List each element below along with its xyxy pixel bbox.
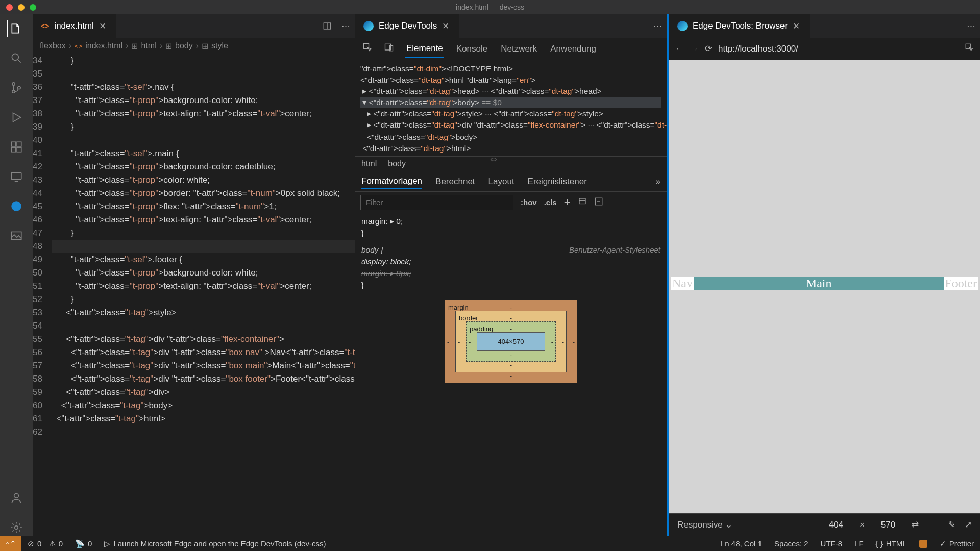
rule-selector[interactable]: body { (361, 245, 383, 254)
resize-handle-icon[interactable]: ⇔ (490, 154, 498, 162)
hov-toggle[interactable]: :hov (521, 198, 537, 207)
status-prettier-icon[interactable] (913, 536, 934, 551)
inspect-element-icon[interactable] (362, 42, 373, 55)
html-file-icon: <> (41, 22, 49, 30)
activity-explorer-icon[interactable] (7, 20, 24, 37)
device-mode-select[interactable]: Responsive ⌄ (677, 519, 732, 530)
crumb-file[interactable]: index.html (85, 41, 122, 51)
split-editor-icon[interactable] (318, 14, 336, 38)
more-actions-icon[interactable]: ⋯ (648, 14, 667, 38)
tab-edge-devtools[interactable]: Edge DevTools ✕ (355, 14, 459, 38)
tab-index-html[interactable]: <> index.html ✕ (33, 14, 116, 38)
activity-debug-icon[interactable] (8, 109, 24, 126)
flex-container-preview: Nav Main Footer (671, 277, 978, 290)
status-language[interactable]: { } HTML (870, 536, 913, 551)
remote-indicator[interactable]: ⌂⌃ (0, 536, 21, 551)
activity-settings-icon[interactable] (8, 519, 24, 536)
editor-group-browser: Edge DevTools: Browser ✕ ⋯ ← → ⟳ http://… (667, 14, 980, 536)
browser-tabbar: Edge DevTools: Browser ✕ ⋯ (669, 14, 980, 38)
status-errors[interactable]: ⊘ 0 ⚠ 0 (21, 536, 69, 551)
fullscreen-icon[interactable]: ⤢ (965, 519, 972, 530)
devtools-tab-elements[interactable]: Elemente (405, 40, 444, 58)
devtools-tab-application[interactable]: Anwendung (549, 41, 597, 57)
minimize-window-icon[interactable] (18, 4, 24, 11)
devtools-tab-console[interactable]: Konsole (455, 41, 488, 57)
close-window-icon[interactable] (6, 4, 13, 11)
preview-nav: Nav (671, 277, 694, 290)
device-preview-icon[interactable] (578, 197, 587, 208)
code-editor[interactable]: 3435363738394041424344454647484950515253… (33, 54, 355, 536)
forward-icon[interactable]: → (690, 44, 699, 54)
inspect-in-browser-icon[interactable] (965, 43, 974, 55)
url-display[interactable]: http://localhost:3000/ (718, 44, 959, 54)
crumb-body[interactable]: body (175, 41, 193, 51)
close-tab-icon[interactable]: ✕ (793, 21, 801, 32)
back-icon[interactable]: ← (675, 44, 684, 54)
rule-line[interactable]: margin: ▸ 0; (361, 215, 660, 227)
crumb-html[interactable]: html (141, 41, 156, 51)
svg-point-0 (12, 54, 18, 60)
browser-preview[interactable]: Nav Main Footer (669, 60, 980, 513)
crumb-html[interactable]: html (361, 159, 377, 168)
status-prettier[interactable]: ✓ Prettier (934, 536, 980, 551)
activity-images-icon[interactable] (8, 228, 24, 244)
activity-bar (0, 14, 33, 536)
breadcrumbs[interactable]: flexbox› <> index.html› ⊞ html› ⊞ body› … (33, 38, 355, 54)
activity-remote-icon[interactable] (8, 168, 24, 185)
editor-group-devtools: Edge DevTools ✕ ⋯ Elemente Konsole Netzw… (355, 14, 667, 536)
svg-rect-5 (17, 142, 21, 146)
status-cursor-pos[interactable]: Ln 48, Col 1 (715, 536, 768, 551)
dom-tree[interactable]: "dt-attr">class="dt-dim"><!DOCTYPE html>… (355, 60, 667, 156)
crumb-body[interactable]: body (388, 159, 406, 168)
status-ports[interactable]: 📡 0 (69, 536, 98, 551)
more-actions-icon[interactable]: ⋯ (962, 14, 980, 38)
rotate-icon[interactable]: ⇄ (912, 519, 919, 530)
editor-group-code: <> index.html ✕ ⋯ flexbox› <> index.html… (33, 14, 355, 536)
status-eol[interactable]: LF (848, 536, 870, 551)
activity-extensions-icon[interactable] (8, 139, 24, 155)
styles-rules[interactable]: margin: ▸ 0; } Benutzer-Agent-Stylesheet… (355, 213, 667, 536)
devtools-tabbar: Edge DevTools ✕ ⋯ (355, 14, 667, 38)
close-tab-icon[interactable]: ✕ (442, 21, 450, 32)
activity-edge-devtools-icon[interactable] (8, 198, 24, 214)
svg-point-11 (14, 493, 19, 498)
box-model[interactable]: margin - - - - border - - - - (445, 300, 577, 383)
activity-search-icon[interactable] (8, 50, 24, 66)
activity-account-icon[interactable] (8, 490, 24, 506)
subtab-computed[interactable]: Berechnet (435, 174, 475, 189)
crumb-folder[interactable]: flexbox (40, 41, 66, 51)
screenshot-icon[interactable]: ✎ (948, 519, 955, 530)
preview-footer: Footer (944, 277, 978, 290)
status-launch-edge[interactable]: ▷ Launch Microsoft Edge and open the Edg… (98, 536, 332, 551)
reload-icon[interactable]: ⟳ (705, 43, 712, 54)
more-subtabs-icon[interactable]: » (656, 177, 660, 187)
devtools-breadcrumbs[interactable]: html body (355, 156, 667, 171)
devtools-tab-network[interactable]: Netzwerk (500, 41, 538, 57)
rule-prop-margin[interactable]: margin: ▸ 8px; (361, 267, 660, 279)
svg-point-3 (18, 86, 20, 89)
svg-rect-8 (11, 172, 21, 179)
device-height-input[interactable] (874, 519, 902, 531)
device-size-bar: Responsive ⌄ × ⇄ ✎ ⤢ (669, 513, 980, 536)
subtab-styles[interactable]: Formatvorlagen (361, 174, 422, 189)
crumb-style[interactable]: style (211, 41, 228, 51)
subtab-layout[interactable]: Layout (488, 174, 514, 189)
browser-toolbar: ← → ⟳ http://localhost:3000/ (669, 38, 980, 60)
maximize-window-icon[interactable] (30, 4, 36, 11)
status-encoding[interactable]: UTF-8 (815, 536, 849, 551)
more-actions-icon[interactable]: ⋯ (336, 14, 355, 38)
cls-toggle[interactable]: .cls (544, 198, 557, 207)
close-tab-icon[interactable]: ✕ (99, 21, 107, 32)
new-rule-icon[interactable]: + (564, 196, 571, 209)
svg-point-12 (15, 526, 18, 530)
tab-edge-browser[interactable]: Edge DevTools: Browser ✕ (669, 14, 810, 38)
rule-prop-display[interactable]: display: block; (361, 256, 660, 267)
styles-toolbar: :hov .cls + (355, 192, 667, 213)
styles-more-icon[interactable] (594, 197, 603, 208)
styles-filter-input[interactable] (360, 195, 513, 210)
device-width-input[interactable] (822, 519, 850, 531)
device-toolbar-icon[interactable] (384, 42, 394, 55)
activity-source-control-icon[interactable] (8, 80, 24, 96)
status-indent[interactable]: Spaces: 2 (768, 536, 815, 551)
subtab-eventlisteners[interactable]: Ereignislistener (528, 174, 587, 189)
